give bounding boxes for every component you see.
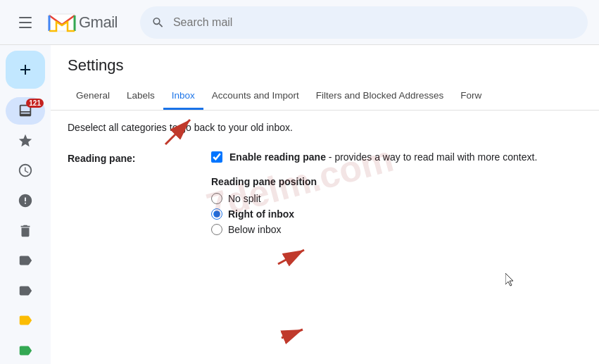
sidebar-item-tag4[interactable] — [6, 337, 45, 364]
tab-labels[interactable]: Labels — [118, 83, 163, 110]
tabs-bar: General Labels Inbox Accounts and Import… — [51, 83, 599, 111]
right-of-inbox-label[interactable]: Right of inbox — [228, 208, 294, 220]
trash-icon — [18, 223, 33, 239]
star-icon — [18, 133, 33, 149]
radio-right-of-inbox: Right of inbox — [211, 208, 582, 220]
tab-filters[interactable]: Filters and Blocked Addresses — [308, 83, 453, 110]
topbar: Gmail — [0, 0, 599, 45]
menu-button[interactable] — [11, 8, 39, 37]
label-icon-4 — [18, 343, 33, 358]
tab-forwarding[interactable]: Forw — [452, 83, 490, 110]
compose-button[interactable] — [6, 51, 45, 89]
search-input[interactable] — [173, 16, 576, 29]
reading-pane-label: Reading pane: — [68, 150, 194, 164]
right-of-inbox-radio[interactable] — [211, 208, 222, 220]
sidebar-item-tag3[interactable] — [6, 307, 45, 334]
sidebar-item-inbox[interactable]: 121 — [6, 97, 45, 125]
no-split-label[interactable]: No split — [228, 193, 261, 204]
important-icon — [18, 193, 33, 208]
tab-general[interactable]: General — [68, 83, 118, 110]
no-split-radio[interactable] — [211, 193, 222, 204]
deselect-note: Deselect all categories to go back to yo… — [68, 122, 582, 133]
enable-reading-pane-text: Enable reading pane - provides a way to … — [229, 150, 537, 165]
radio-no-split: No split — [211, 193, 582, 204]
gmail-m-icon — [48, 12, 76, 33]
tab-inbox[interactable]: Inbox — [163, 83, 203, 110]
below-inbox-radio[interactable] — [211, 224, 222, 235]
enable-reading-pane-label[interactable]: Enable reading pane - provides a way to … — [229, 151, 537, 163]
search-bar[interactable] — [140, 6, 588, 39]
settings-header: Settings — [51, 45, 599, 77]
gmail-label: Gmail — [79, 13, 118, 32]
gmail-logo: Gmail — [48, 12, 118, 33]
search-icon — [151, 15, 165, 30]
reading-pane-control: Enable reading pane - provides a way to … — [211, 150, 582, 239]
enable-reading-pane-row: Enable reading pane - provides a way to … — [211, 150, 582, 165]
tab-accounts[interactable]: Accounts and Import — [203, 83, 308, 110]
svg-rect-0 — [49, 14, 75, 31]
hamburger-icon — [19, 17, 32, 28]
reading-pane-position-title: Reading pane position — [211, 176, 582, 187]
radio-below-inbox: Below inbox — [211, 224, 582, 235]
below-inbox-label[interactable]: Below inbox — [228, 224, 282, 235]
sidebar-item-tag1[interactable] — [6, 247, 45, 275]
sidebar: 121 — [0, 45, 51, 364]
label-icon-2 — [18, 283, 33, 299]
label-icon-3 — [18, 313, 33, 328]
inbox-badge: 121 — [26, 99, 44, 108]
enable-reading-pane-desc: - provides a way to read mail with more … — [326, 151, 537, 163]
settings-body: Deselect all categories to go back to yo… — [51, 111, 599, 364]
sidebar-item-tag2[interactable] — [6, 277, 45, 304]
clock-icon — [18, 163, 33, 178]
sidebar-item-snoozed[interactable] — [6, 157, 45, 184]
settings-title: Settings — [68, 56, 582, 75]
enable-reading-pane-strong: Enable reading pane — [229, 151, 326, 163]
sidebar-item-important[interactable] — [6, 187, 45, 215]
sidebar-item-trash[interactable] — [6, 217, 45, 244]
settings-content: Settings General Labels Inbox Accounts a… — [51, 45, 599, 364]
reading-pane-row: Reading pane: Enable reading pane - prov… — [68, 150, 582, 239]
sidebar-item-starred[interactable] — [6, 127, 45, 155]
main-layout: 121 — [0, 45, 599, 364]
enable-reading-pane-checkbox[interactable] — [211, 151, 222, 163]
label-icon-1 — [18, 253, 33, 268]
compose-icon — [17, 61, 34, 78]
